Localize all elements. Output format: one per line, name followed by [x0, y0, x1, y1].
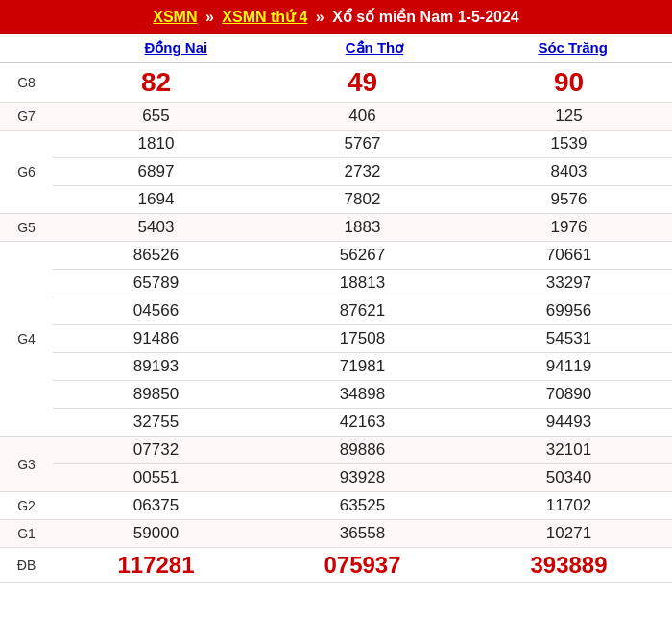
cell-r4-s5-c2: 70890	[466, 381, 672, 409]
cell-r4-s2-c1: 87621	[259, 297, 466, 325]
cell-r2-s1-c1: 2732	[259, 158, 466, 186]
cell-r4-s3-c2: 54531	[466, 325, 672, 353]
cell-r8-c2: 393889	[466, 548, 672, 583]
cell-r4-s0-c1: 56267	[259, 242, 466, 270]
cell-r5-s1-c2: 50340	[466, 464, 672, 492]
table-row: 169478029576	[0, 186, 672, 214]
table-row: 045668762169956	[0, 297, 672, 325]
cell-r2-s2-c0: 1694	[53, 186, 259, 214]
cell-r4-s3-c1: 17508	[259, 325, 466, 353]
table-row: G6181057671539	[0, 131, 672, 158]
cell-r2-s0-c0: 1810	[53, 131, 259, 158]
cell-r4-s1-c0: 65789	[53, 270, 259, 297]
cell-r4-s2-c0: 04566	[53, 297, 259, 325]
table-row: G2063756352511702	[0, 492, 672, 520]
table-row: 327554216394493	[0, 409, 672, 437]
cell-r4-s6-c0: 32755	[53, 409, 259, 437]
row-label: G6	[0, 131, 53, 214]
header-title: Xổ số miền Nam 1-5-2024	[332, 9, 519, 25]
header: XSMN » XSMN thứ 4 » Xổ số miền Nam 1-5-2…	[0, 0, 672, 34]
cell-r7-c0: 59000	[53, 520, 259, 548]
table-row: 689727328403	[0, 158, 672, 186]
cell-r5-s1-c0: 00551	[53, 464, 259, 492]
cell-r6-c1: 63525	[259, 492, 466, 520]
cell-r4-s3-c0: 91486	[53, 325, 259, 353]
province1-header[interactable]: Đồng Nai	[77, 39, 276, 57]
cell-r8-c0: 117281	[53, 548, 259, 583]
results-table: G8824990G7655406125G61810576715396897273…	[0, 63, 672, 583]
cell-r1-c0: 655	[53, 103, 259, 131]
cell-r5-s0-c0: 07732	[53, 437, 259, 464]
cell-r1-c1: 406	[259, 103, 466, 131]
row-label: G4	[0, 242, 53, 437]
table-row: G1590003655810271	[0, 520, 672, 548]
cell-r2-s2-c1: 7802	[259, 186, 466, 214]
table-row: G8824990	[0, 63, 672, 103]
cell-r2-s1-c0: 6897	[53, 158, 259, 186]
table-row: ĐB117281075937393889	[0, 548, 672, 583]
row-label: G5	[0, 214, 53, 242]
table-row: G5540318831976	[0, 214, 672, 242]
table-row: G7655406125	[0, 103, 672, 131]
cell-r3-c0: 5403	[53, 214, 259, 242]
cell-r0-c0: 82	[53, 63, 259, 103]
cell-r4-s6-c1: 42163	[259, 409, 466, 437]
row-label: ĐB	[0, 548, 53, 583]
row-label: G8	[0, 63, 53, 103]
province2-header[interactable]: Cần Thơ	[276, 39, 474, 57]
cell-r0-c1: 49	[259, 63, 466, 103]
table-row: 005519392850340	[0, 464, 672, 492]
row-label: G1	[0, 520, 53, 548]
cell-r4-s1-c1: 18813	[259, 270, 466, 297]
cell-r7-c1: 36558	[259, 520, 466, 548]
cell-r1-c2: 125	[466, 103, 672, 131]
cell-r4-s5-c1: 34898	[259, 381, 466, 409]
cell-r2-s1-c2: 8403	[466, 158, 672, 186]
row-label: G3	[0, 437, 53, 492]
xsmn-thu4-link[interactable]: XSMN thứ 4	[222, 9, 307, 25]
cell-r5-s1-c1: 93928	[259, 464, 466, 492]
cell-r3-c2: 1976	[466, 214, 672, 242]
table-row: G3077328988632101	[0, 437, 672, 464]
cell-r4-s4-c1: 71981	[259, 353, 466, 381]
table-row: 898503489870890	[0, 381, 672, 409]
cell-r4-s6-c2: 94493	[466, 409, 672, 437]
cell-r2-s0-c2: 1539	[466, 131, 672, 158]
cell-r4-s0-c0: 86526	[53, 242, 259, 270]
cell-r4-s1-c2: 33297	[466, 270, 672, 297]
cell-r8-c1: 075937	[259, 548, 466, 583]
cell-r4-s2-c2: 69956	[466, 297, 672, 325]
cell-r6-c0: 06375	[53, 492, 259, 520]
province3-header[interactable]: Sóc Trăng	[473, 39, 672, 57]
cell-r0-c2: 90	[466, 63, 672, 103]
table-row: 891937198194119	[0, 353, 672, 381]
row-label: G2	[0, 492, 53, 520]
cell-r7-c2: 10271	[466, 520, 672, 548]
xsmn-link[interactable]: XSMN	[153, 9, 197, 25]
cell-r4-s4-c0: 89193	[53, 353, 259, 381]
sep2: »	[316, 9, 324, 25]
cell-r6-c2: 11702	[466, 492, 672, 520]
cell-r4-s0-c2: 70661	[466, 242, 672, 270]
cell-r5-s0-c1: 89886	[259, 437, 466, 464]
cell-r4-s4-c2: 94119	[466, 353, 672, 381]
cell-r5-s0-c2: 32101	[466, 437, 672, 464]
cell-r2-s0-c1: 5767	[259, 131, 466, 158]
row-label: G7	[0, 103, 53, 131]
cell-r4-s5-c0: 89850	[53, 381, 259, 409]
table-row: 657891881333297	[0, 270, 672, 297]
sep1: »	[205, 9, 214, 25]
col-headers: Đồng Nai Cần Thơ Sóc Trăng	[0, 34, 672, 63]
cell-r2-s2-c2: 9576	[466, 186, 672, 214]
table-row: G4865265626770661	[0, 242, 672, 270]
cell-r3-c1: 1883	[259, 214, 466, 242]
table-row: 914861750854531	[0, 325, 672, 353]
